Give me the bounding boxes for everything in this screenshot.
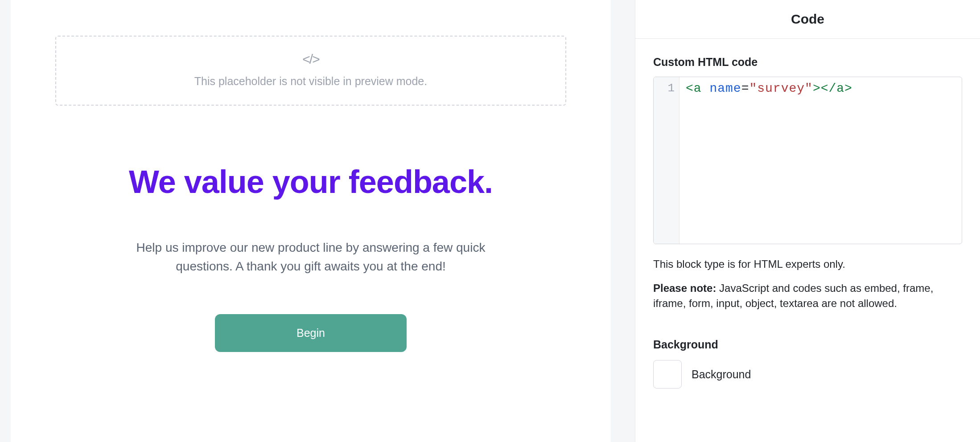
code-token-attr: name bbox=[709, 82, 741, 95]
code-token-close-open: > bbox=[813, 82, 821, 95]
code-content[interactable]: <a name="survey"></a> bbox=[679, 77, 859, 244]
background-color-swatch[interactable] bbox=[653, 360, 682, 389]
code-icon: </> bbox=[302, 52, 319, 67]
html-placeholder-box[interactable]: </> This placeholder is not visible in p… bbox=[55, 36, 566, 106]
side-panel-header: Code bbox=[635, 0, 980, 39]
code-side-panel: Code Custom HTML code 1 <a name="survey"… bbox=[635, 0, 980, 442]
preview-card: </> This placeholder is not visible in p… bbox=[11, 0, 611, 442]
code-token-tag-open: <a bbox=[686, 82, 702, 95]
html-code-editor[interactable]: 1 <a name="survey"></a> bbox=[653, 77, 962, 244]
placeholder-text: This placeholder is not visible in previ… bbox=[194, 75, 427, 88]
code-token-space bbox=[702, 82, 710, 95]
background-row: Background bbox=[653, 360, 962, 389]
note-bold: Please note: bbox=[653, 282, 716, 294]
restriction-note: Please note: JavaScript and codes such a… bbox=[653, 281, 962, 312]
app-layout: </> This placeholder is not visible in p… bbox=[0, 0, 980, 442]
background-item-label: Background bbox=[692, 368, 751, 381]
begin-button[interactable]: Begin bbox=[215, 314, 407, 352]
side-panel-body: Custom HTML code 1 <a name="survey"></a>… bbox=[635, 39, 980, 389]
line-number: 1 bbox=[654, 82, 675, 95]
code-gutter: 1 bbox=[654, 77, 679, 244]
side-panel-title: Code bbox=[635, 12, 980, 27]
code-token-string: "survey" bbox=[749, 82, 812, 95]
survey-subtext: Help us improve our new product line by … bbox=[115, 238, 507, 276]
background-section-label: Background bbox=[653, 338, 962, 351]
code-token-eq: = bbox=[741, 82, 749, 95]
custom-html-label: Custom HTML code bbox=[653, 56, 962, 69]
expert-note: This block type is for HTML experts only… bbox=[653, 257, 962, 272]
preview-panel: </> This placeholder is not visible in p… bbox=[0, 0, 622, 442]
survey-headline: We value your feedback. bbox=[129, 164, 493, 200]
code-token-close-tag: </a> bbox=[821, 82, 852, 95]
